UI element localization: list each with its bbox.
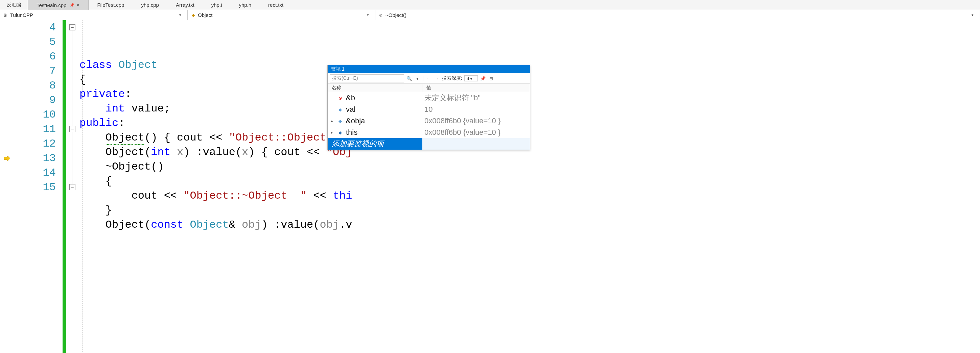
tab-filetest[interactable]: FileTest.cpp	[89, 0, 132, 10]
depth-select[interactable]: 3 ▾	[464, 75, 478, 81]
pin-icon[interactable]: 📌	[480, 75, 486, 81]
tab-label: TestMain.cpp	[37, 2, 66, 8]
code-line[interactable]: ~Object()	[80, 160, 980, 174]
fold-toggle-icon[interactable]: −	[69, 24, 75, 30]
watch-value-cell: 0x008ff6b0 {value=10 }	[422, 128, 530, 137]
settings-icon[interactable]: ⊞	[488, 75, 494, 81]
fold-column[interactable]: − − −	[66, 20, 80, 353]
tab-label: Array.txt	[176, 2, 194, 8]
tab-label: yhp.i	[212, 2, 222, 8]
indent-guide	[82, 20, 83, 353]
nav-forward-icon[interactable]: →	[434, 75, 440, 81]
watch-value-cell: 未定义标识符 "b"	[422, 93, 530, 103]
fold-guide	[72, 132, 72, 190]
tab-label: FileTest.cpp	[97, 2, 124, 8]
code-line[interactable]: {	[80, 174, 980, 188]
tab-bar: 反汇编 TestMain.cpp 📌 ✕ FileTest.cpp yhp.cp…	[0, 0, 980, 10]
chevron-down-icon[interactable]: ▾	[33, 13, 185, 17]
line-number: 5	[14, 35, 56, 49]
object-icon: ◆	[337, 129, 343, 135]
nav-back-icon[interactable]: ←	[426, 75, 432, 81]
variable-icon: ◆	[337, 118, 343, 124]
tab-label: yhp.cpp	[141, 2, 159, 8]
fold-toggle-icon[interactable]: −	[69, 184, 75, 190]
line-number: 4	[14, 20, 56, 35]
watch-value-cell: 0x008ff6b0 {value=10 }	[422, 117, 530, 125]
tab-rect[interactable]: rect.txt	[260, 0, 292, 10]
watch-var-name: this	[346, 128, 358, 137]
nav-bar: 🗎 TulunCPP ▾ ◆ Object ▾ ⊗ ~Object() ▾	[0, 10, 980, 20]
expand-icon[interactable]: ▸	[331, 130, 336, 135]
change-indicator	[62, 20, 66, 353]
tab-array[interactable]: Array.txt	[167, 0, 203, 10]
variable-icon: ◆	[337, 106, 343, 112]
watch-name-cell[interactable]: ⊗&b	[328, 93, 422, 102]
watch-var-name: &obja	[346, 117, 365, 125]
line-number: 11	[14, 122, 56, 136]
execution-pointer-icon	[3, 154, 11, 163]
nav-project[interactable]: 🗎 TulunCPP ▾	[0, 10, 188, 20]
line-number: 7	[14, 64, 56, 78]
chevron-down-icon[interactable]: ▾	[212, 13, 372, 17]
watch-name-cell[interactable]: ▸◆&obja	[328, 117, 422, 125]
watch-search-input[interactable]: 搜索(Ctrl+E)	[330, 74, 404, 82]
line-number: 10	[14, 108, 56, 122]
watch-row[interactable]: ◆val10	[328, 104, 530, 115]
nav-class[interactable]: ◆ Object ▾	[188, 10, 375, 20]
chevron-down-icon[interactable]: ▾	[406, 13, 977, 17]
class-icon: ◆	[190, 13, 196, 18]
tab-label: yhp.h	[239, 2, 251, 8]
nav-class-text: Object	[198, 12, 212, 18]
line-number: 14	[14, 166, 56, 180]
line-number: 15	[14, 180, 56, 195]
watch-var-name: &b	[346, 93, 355, 102]
watch-add-row[interactable]: 添加要监视的项	[328, 138, 530, 150]
project-icon: 🗎	[3, 13, 8, 18]
search-icon[interactable]: 🔍	[406, 75, 412, 81]
close-icon[interactable]: ✕	[76, 3, 80, 8]
disassembly-label[interactable]: 反汇编	[0, 0, 28, 10]
watch-row[interactable]: ▸◆&obja0x008ff6b0 {value=10 }	[328, 115, 530, 127]
line-number: 13	[14, 151, 56, 166]
error-icon: ⊗	[337, 95, 343, 101]
watch-value-cell: 10	[422, 105, 530, 114]
tab-yhph[interactable]: yhp.h	[230, 0, 260, 10]
line-number: 12	[14, 136, 56, 151]
fold-guide	[72, 30, 72, 132]
line-number: 8	[14, 78, 56, 93]
watch-title[interactable]: 监视 1	[328, 65, 530, 73]
watch-row[interactable]: ⊗&b未定义标识符 "b"	[328, 92, 530, 104]
line-numbers: 456789101112131415	[14, 20, 62, 353]
watch-var-name: val	[346, 105, 355, 114]
watch-panel: 监视 1 搜索(Ctrl+E) 🔍 ▾ | ← → 搜索深度: 3 ▾ 📌 ⊞ …	[327, 65, 530, 150]
nav-member-text: ~Object()	[385, 12, 406, 18]
watch-add-value-cell	[422, 138, 530, 150]
col-header-value[interactable]: 值	[422, 84, 530, 92]
tab-label: rect.txt	[268, 2, 283, 8]
expand-icon[interactable]: ▸	[331, 119, 336, 123]
watch-header: 名称 值	[328, 84, 530, 92]
chevron-down-icon[interactable]: ▾	[414, 75, 420, 81]
watch-add-placeholder[interactable]: 添加要监视的项	[328, 138, 422, 150]
code-line[interactable]: cout << "Object::~Object " << thi	[80, 188, 980, 203]
watch-row[interactable]: ▸◆this0x008ff6b0 {value=10 }	[328, 127, 530, 138]
col-header-name[interactable]: 名称	[328, 84, 422, 92]
watch-name-cell[interactable]: ◆val	[328, 105, 422, 114]
pin-icon[interactable]: 📌	[70, 3, 75, 8]
breakpoint-margin[interactable]	[0, 20, 14, 353]
nav-member[interactable]: ⊗ ~Object() ▾	[375, 10, 980, 20]
tab-testmain[interactable]: TestMain.cpp 📌 ✕	[28, 0, 89, 10]
method-icon: ⊗	[378, 13, 383, 18]
watch-name-cell[interactable]: ▸◆this	[328, 128, 422, 137]
depth-label: 搜索深度:	[442, 75, 462, 81]
nav-project-text: TulunCPP	[10, 12, 33, 18]
line-number: 9	[14, 93, 56, 108]
code-line[interactable]: Object(const Object& obj) :value(obj.v	[80, 218, 980, 232]
tab-yhpcpp[interactable]: yhp.cpp	[132, 0, 167, 10]
tab-yhpi[interactable]: yhp.i	[203, 0, 231, 10]
fold-toggle-icon[interactable]: −	[69, 126, 75, 132]
code-line[interactable]: }	[80, 203, 980, 218]
line-number: 6	[14, 49, 56, 64]
watch-toolbar: 搜索(Ctrl+E) 🔍 ▾ | ← → 搜索深度: 3 ▾ 📌 ⊞	[328, 73, 530, 84]
